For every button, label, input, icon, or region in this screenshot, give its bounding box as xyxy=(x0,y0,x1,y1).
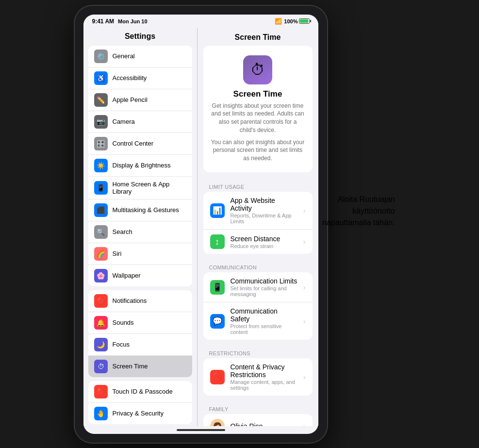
ipad-screen: 9:41 AM Mon Jun 10 📶 100% xyxy=(83,15,318,434)
screen-distance-icon: ↕ xyxy=(210,234,225,249)
home-bar xyxy=(177,429,225,431)
hero-desc-2: You can also get insights about your per… xyxy=(211,138,305,163)
sidebar: Settings ⚙️ General ♿ Accessibility ✏️ xyxy=(83,28,198,426)
sidebar-group-2: 🔴 Notifications 🔔 Sounds 🌙 Focus ⏱ xyxy=(88,290,192,377)
main-content: Settings ⚙️ General ♿ Accessibility ✏️ xyxy=(83,28,318,426)
ipad-frame: 9:41 AM Mon Jun 10 📶 100% xyxy=(75,6,327,443)
settings-item-olivia-rico[interactable]: 👩 Olivia Rico › xyxy=(203,414,313,426)
sidebar-item-accessibility[interactable]: ♿ Accessibility xyxy=(88,67,192,89)
communication-limits-subtitle: Set limits for calling and messaging xyxy=(231,285,297,297)
annotation-line: Aloita Ruutuajankäyttöönottonapauttamall… xyxy=(322,194,395,229)
section-label-restrictions: RESTRICTIONS xyxy=(198,347,318,358)
settings-item-communication-limits[interactable]: 📱 Communication Limits Set limits for ca… xyxy=(203,272,313,302)
communication-safety-subtitle: Protect from sensitive content xyxy=(231,323,297,335)
sidebar-label-multitasking: Multitasking & Gestures xyxy=(113,206,179,214)
focus-icon: 🌙 xyxy=(94,338,108,351)
sidebar-item-siri[interactable]: 🌈 Siri xyxy=(88,243,192,265)
sidebar-item-screen-time[interactable]: ⏱ Screen Time xyxy=(88,356,192,377)
screen-time-sidebar-icon: ⏱ xyxy=(94,360,108,373)
olivia-name: Olivia Rico xyxy=(231,422,297,426)
panel-header: Screen Time xyxy=(198,28,318,46)
notifications-icon: 🔴 xyxy=(94,294,108,308)
settings-group-restrictions: 🚫 Content & Privacy Restrictions Manage … xyxy=(203,358,313,396)
content-privacy-icon: 🚫 xyxy=(210,370,225,384)
sidebar-item-touch-id[interactable]: 🔴 Touch ID & Passcode xyxy=(88,381,192,403)
sidebar-item-search[interactable]: 🔍 Search xyxy=(88,221,192,243)
olivia-chevron: › xyxy=(303,422,306,426)
communication-limits-text: Communication Limits Set limits for call… xyxy=(231,277,297,297)
status-date: Mon Jun 10 xyxy=(118,18,148,24)
sidebar-item-control-center[interactable]: 🎛️ Control Center xyxy=(88,133,192,155)
settings-item-communication-safety[interactable]: 💬 Communication Safety Protect from sens… xyxy=(203,302,313,340)
sidebar-item-apple-pencil[interactable]: ✏️ Apple Pencil xyxy=(88,89,192,111)
hero-desc-1: Get insights about your screen time and … xyxy=(211,102,305,134)
section-label-family: FAMILY xyxy=(198,402,318,414)
search-icon: 🔍 xyxy=(94,225,108,239)
right-panel: Screen Time ⏱ Screen Time Get insights a… xyxy=(198,28,318,426)
sidebar-label-accessibility: Accessibility xyxy=(113,74,147,82)
settings-item-screen-distance[interactable]: ↕ Screen Distance Reduce eye strain › xyxy=(203,230,313,254)
communication-safety-title: Communication Safety xyxy=(231,307,297,323)
settings-group-family: 👩 Olivia Rico › 🧑 Will Rico › xyxy=(203,414,313,426)
sidebar-label-siri: Siri xyxy=(113,250,122,257)
home-screen-icon: 📱 xyxy=(94,181,108,195)
sidebar-item-notifications[interactable]: 🔴 Notifications xyxy=(88,290,192,312)
display-brightness-icon: ☀️ xyxy=(94,159,108,172)
sidebar-label-home-screen: Home Screen & App Library xyxy=(113,181,186,195)
control-center-icon: 🎛️ xyxy=(94,137,108,150)
communication-safety-chevron: › xyxy=(303,317,306,325)
settings-group-communication: 📱 Communication Limits Set limits for ca… xyxy=(203,272,313,340)
sidebar-item-home-screen[interactable]: 📱 Home Screen & App Library xyxy=(88,177,192,199)
app-website-activity-subtitle: Reports, Downtime & App Limits xyxy=(231,213,297,224)
olivia-text: Olivia Rico xyxy=(231,422,297,426)
sidebar-label-sounds: Sounds xyxy=(113,319,134,326)
communication-limits-icon: 📱 xyxy=(210,280,225,295)
sidebar-item-focus[interactable]: 🌙 Focus xyxy=(88,334,192,356)
status-time: 9:41 AM xyxy=(92,18,115,25)
sidebar-label-notifications: Notifications xyxy=(113,297,147,304)
sidebar-item-general[interactable]: ⚙️ General xyxy=(88,46,192,67)
sidebar-group-1: ⚙️ General ♿ Accessibility ✏️ Apple Penc… xyxy=(88,46,192,286)
sidebar-item-multitasking[interactable]: ⬛ Multitasking & Gestures xyxy=(88,199,192,221)
status-bar: 9:41 AM Mon Jun 10 📶 100% xyxy=(83,15,318,28)
scene: 9:41 AM Mon Jun 10 📶 100% xyxy=(75,6,405,443)
section-label-communication: COMMUNICATION xyxy=(198,261,318,272)
sidebar-item-privacy-security[interactable]: 🤚 Privacy & Security xyxy=(88,403,192,424)
sidebar-item-camera[interactable]: 📷 Camera xyxy=(88,111,192,133)
communication-safety-text: Communication Safety Protect from sensit… xyxy=(231,307,297,335)
sidebar-label-search: Search xyxy=(113,228,132,235)
sidebar-label-privacy-security: Privacy & Security xyxy=(113,410,164,417)
home-indicator xyxy=(83,426,318,434)
battery-indicator: 100% xyxy=(284,18,309,24)
content-privacy-text: Content & Privacy Restrictions Manage co… xyxy=(231,363,297,391)
screen-distance-chevron: › xyxy=(303,238,306,246)
app-website-activity-chevron: › xyxy=(303,207,306,215)
sidebar-item-wallpaper[interactable]: 🌸 Wallpaper xyxy=(88,265,192,286)
sidebar-item-display-brightness[interactable]: ☀️ Display & Brightness xyxy=(88,155,192,177)
sidebar-label-touch-id: Touch ID & Passcode xyxy=(113,388,173,395)
touch-id-icon: 🔴 xyxy=(94,385,108,398)
screen-distance-subtitle: Reduce eye strain xyxy=(231,243,297,249)
app-website-activity-text: App & Website Activity Reports, Downtime… xyxy=(231,197,297,224)
sidebar-group-3: 🔴 Touch ID & Passcode 🤚 Privacy & Securi… xyxy=(88,381,192,424)
wallpaper-icon: 🌸 xyxy=(94,269,108,282)
screen-distance-text: Screen Distance Reduce eye strain xyxy=(231,235,297,249)
sounds-icon: 🔔 xyxy=(94,316,108,330)
settings-item-app-website-activity[interactable]: 📊 App & Website Activity Reports, Downti… xyxy=(203,192,313,230)
hero-card: ⏱ Screen Time Get insights about your sc… xyxy=(203,46,313,173)
app-website-activity-title: App & Website Activity xyxy=(231,197,297,212)
sidebar-label-focus: Focus xyxy=(113,341,130,348)
sidebar-item-sounds[interactable]: 🔔 Sounds xyxy=(88,312,192,334)
screen-distance-title: Screen Distance xyxy=(231,235,297,243)
wifi-icon: 📶 xyxy=(275,18,282,25)
communication-limits-title: Communication Limits xyxy=(231,277,297,285)
settings-item-content-privacy[interactable]: 🚫 Content & Privacy Restrictions Manage … xyxy=(203,358,313,396)
battery-icon xyxy=(299,18,310,24)
multitasking-icon: ⬛ xyxy=(94,203,108,217)
sidebar-label-control-center: Control Center xyxy=(113,140,154,147)
privacy-security-icon: 🤚 xyxy=(94,407,108,420)
communication-limits-chevron: › xyxy=(303,283,306,291)
annotation-text: Aloita Ruutuajankäyttöönottonapauttamall… xyxy=(322,194,395,229)
olivia-avatar: 👩 xyxy=(210,419,225,426)
content-privacy-title: Content & Privacy Restrictions xyxy=(231,363,297,379)
